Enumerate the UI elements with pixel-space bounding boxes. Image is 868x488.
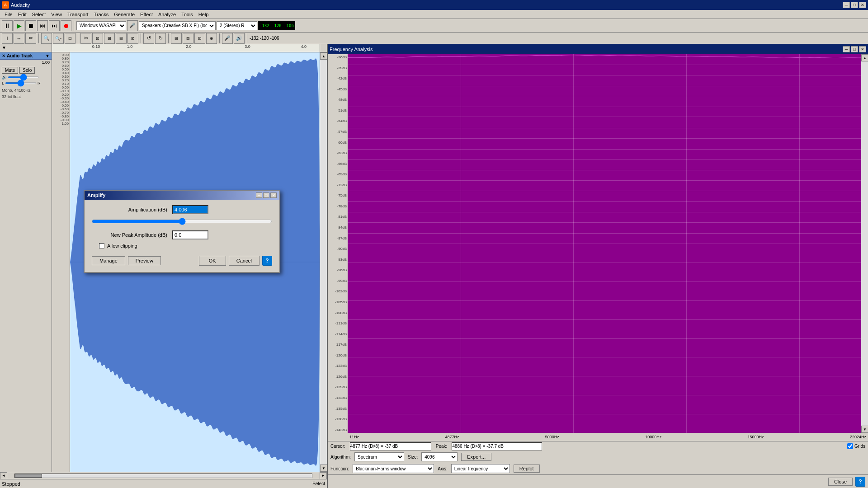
pause-button[interactable]: ⏸ — [2, 20, 13, 31]
zoom-toggle-btn[interactable]: ⊕ — [206, 33, 217, 44]
ok-button[interactable]: OK — [199, 256, 226, 266]
mute-button[interactable]: Mute — [2, 67, 18, 74]
grid-v-1 — [461, 54, 461, 433]
dialog-close-button[interactable]: ✕ — [270, 192, 277, 198]
menu-tracks[interactable]: Tracks — [91, 11, 112, 18]
dialog-help-button[interactable]: ? — [262, 256, 272, 266]
copy-btn[interactable]: ⊡ — [92, 33, 103, 44]
preview-button[interactable]: Preview — [128, 256, 161, 265]
peak-input[interactable] — [172, 230, 208, 239]
scroll-up-arrow[interactable]: ▲ — [320, 52, 327, 60]
pan-slider[interactable] — [5, 82, 37, 84]
ruler-area: 0.10 1.0 2.0 3.0 4.0 — [52, 44, 320, 52]
amp-input[interactable] — [172, 205, 208, 214]
menu-transport[interactable]: Transport — [65, 11, 91, 18]
algorithm-dropdown[interactable]: Spectrum — [354, 452, 404, 461]
trim-btn[interactable]: ⊟ — [116, 33, 127, 44]
next-button[interactable]: ⏭ — [49, 20, 60, 31]
scroll-down-arrow[interactable]: ▼ — [320, 465, 327, 472]
freq-db-84: -84dB — [328, 225, 348, 230]
db-scale: 0.90 0.80 0.70 0.60 0.50 0.40 0.30 0.20 … — [52, 52, 70, 472]
track-close-button[interactable]: ✕ — [2, 53, 5, 58]
axis-dropdown[interactable]: Linear frequency — [451, 464, 510, 473]
envelope-tool[interactable]: ↔ — [14, 33, 24, 44]
zoom-sel-btn[interactable]: ⊞ — [171, 33, 182, 44]
zoom-fit-btn[interactable]: ⊠ — [183, 33, 193, 44]
export-button[interactable]: Export... — [461, 453, 491, 461]
menu-file[interactable]: File — [2, 11, 15, 18]
clipping-label: Allow clipping — [107, 243, 137, 249]
freq-help-button[interactable]: ? — [855, 477, 865, 487]
scroll-right-arrow[interactable]: ► — [320, 472, 327, 479]
grid-h-17 — [348, 233, 861, 234]
scrollbar-thumb[interactable] — [15, 474, 42, 478]
dialog-max-button[interactable]: □ — [263, 192, 269, 198]
grid-h-16 — [348, 222, 861, 223]
zoom-full-btn[interactable]: ⊡ — [194, 33, 205, 44]
peak-value-input[interactable] — [452, 442, 542, 450]
ruler-tick-4: 4.0 — [301, 44, 307, 49]
record-button[interactable]: ⏺ — [61, 20, 71, 31]
stop-button[interactable]: ⏹ — [25, 20, 36, 31]
redo-btn[interactable]: ↻ — [155, 33, 166, 44]
freq-min-btn[interactable]: ─ — [843, 46, 850, 52]
menu-select[interactable]: Select — [29, 11, 49, 18]
draw-tool[interactable]: ✏ — [25, 33, 36, 44]
speaker-dropdown[interactable]: Speakers (Creative SB X-Fi) (loo — [139, 21, 216, 30]
scroll-left-arrow[interactable]: ◄ — [0, 472, 7, 479]
menu-effect[interactable]: Effect — [137, 11, 156, 18]
h-scrollbar: ◄ ► — [0, 472, 327, 479]
freq-db-102: -102dB — [328, 289, 348, 293]
channels-dropdown[interactable]: 2 (Stereo) R — [217, 21, 257, 30]
minimize-button[interactable]: ─ — [843, 2, 850, 8]
close-button[interactable]: ✕ — [859, 2, 866, 8]
freq-close-btn-title[interactable]: ✕ — [859, 46, 866, 52]
track-v-scrollbar[interactable]: ▲ ▼ — [320, 52, 327, 472]
volume-slider[interactable] — [8, 76, 39, 78]
size-dropdown[interactable]: 4096 — [421, 452, 458, 461]
grid-h-14 — [348, 201, 861, 202]
fit-tracks-btn[interactable]: ⊡ — [65, 33, 75, 44]
freq-scroll-up[interactable]: ▲ — [861, 54, 868, 61]
cursor-label: Cursor: — [330, 444, 345, 449]
freq-v-scrollbar: ▲ ▼ — [861, 54, 868, 433]
zoom-in-btn[interactable]: 🔍 — [41, 33, 52, 44]
track-menu-arrow[interactable]: ▼ — [45, 53, 50, 58]
freq-analysis-panel: Frequency Analysis ─ □ ✕ -36dB -39dB -42… — [328, 44, 868, 488]
wasapi-dropdown[interactable]: Windows WASAPI — [76, 21, 126, 30]
freq-max-btn[interactable]: □ — [851, 46, 858, 52]
silence-btn[interactable]: ⊠ — [127, 33, 138, 44]
level-meter: -132 -120 -106 — [258, 21, 295, 30]
cancel-button[interactable]: Cancel — [229, 256, 259, 266]
menu-edit[interactable]: Edit — [15, 11, 29, 18]
grids-checkbox[interactable] — [847, 443, 853, 449]
freq-close-button[interactable]: Close — [828, 478, 853, 486]
paste-btn[interactable]: ⊞ — [104, 33, 115, 44]
cut-btn[interactable]: ✂ — [80, 33, 91, 44]
ruler-arrow[interactable]: ▼ — [0, 44, 52, 51]
ibeam-tool[interactable]: I — [2, 33, 13, 44]
menu-generate[interactable]: Generate — [111, 11, 137, 18]
zoom-out-btn[interactable]: 🔍- — [53, 33, 64, 44]
prev-button[interactable]: ⏮ — [37, 20, 48, 31]
function-dropdown[interactable]: Blackman-Harris window — [353, 464, 434, 473]
menu-view[interactable]: View — [48, 11, 65, 18]
clipping-checkbox[interactable] — [99, 243, 104, 249]
solo-button[interactable]: Solo — [19, 67, 35, 74]
menu-analyze[interactable]: Analyze — [156, 11, 179, 18]
cursor-value-input[interactable] — [350, 442, 431, 450]
size-label: Size: — [408, 455, 418, 460]
manage-button[interactable]: Manage — [92, 256, 125, 265]
play-button[interactable]: ▶ — [14, 20, 24, 31]
freq-scroll-down[interactable]: ▼ — [861, 426, 868, 433]
menu-help[interactable]: Help — [196, 11, 212, 18]
freq-db-78: -78dB — [328, 204, 348, 208]
undo-btn[interactable]: ↺ — [143, 33, 154, 44]
menu-tools[interactable]: Tools — [179, 11, 196, 18]
amplify-dialog: Amplify ─ □ ✕ Amplification (dB): New Pe… — [84, 190, 280, 273]
replot-button[interactable]: Replot — [514, 465, 540, 473]
amp-slider[interactable] — [92, 218, 272, 225]
maximize-button[interactable]: □ — [851, 2, 858, 8]
scrollbar-track[interactable] — [14, 474, 312, 478]
dialog-min-button[interactable]: ─ — [256, 192, 262, 198]
